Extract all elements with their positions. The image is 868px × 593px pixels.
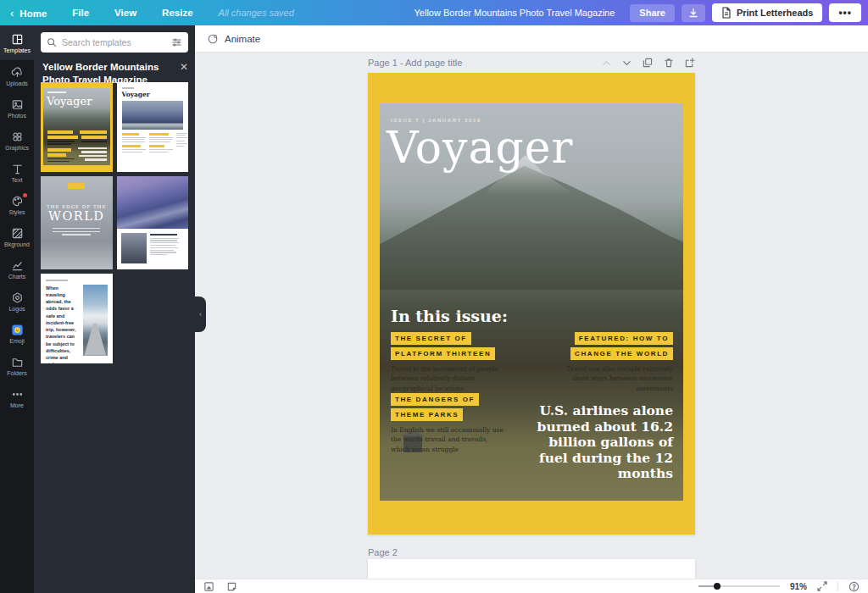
- page2-title-field[interactable]: Page 2: [368, 547, 398, 557]
- document-title[interactable]: Yellow Border Mountains Photo Travel Mag…: [415, 8, 615, 18]
- template-thumbnail-cover[interactable]: Voyager: [41, 82, 113, 172]
- thumbnail-photo: Voyager: [43, 88, 110, 165]
- template-thumbnail-edge-of-world[interactable]: THE EDGE OF THE WORLD: [41, 176, 113, 269]
- search-box[interactable]: [41, 32, 188, 53]
- sidebar-item-uploads[interactable]: Uploads: [0, 60, 34, 92]
- upload-cloud-icon: [11, 66, 24, 79]
- feature-3-heading[interactable]: FEATURED: HOW TO CHANGE THE WORLD: [570, 332, 673, 363]
- template-thumbnail-spread[interactable]: Voyager: [117, 82, 189, 172]
- download-icon: [688, 8, 698, 18]
- ellipsis-icon: •••: [838, 7, 852, 19]
- sidebar-item-folders[interactable]: Folders: [0, 350, 34, 382]
- animate-button[interactable]: Animate: [207, 33, 260, 45]
- sidebar-item-more[interactable]: More: [0, 382, 34, 414]
- status-bar: 91%: [195, 579, 868, 593]
- more-dots-icon: [11, 388, 24, 401]
- pull-quote[interactable]: U.S. airlines alone burned about 16.2 bi…: [531, 403, 673, 482]
- sidebar-item-text[interactable]: Text: [0, 157, 34, 189]
- sidebar-item-photos[interactable]: Photos: [0, 92, 34, 125]
- grid-view-icon[interactable]: [203, 581, 214, 592]
- feature-1-heading[interactable]: THE SECRET OF PLATFORM THIRTEEN: [391, 332, 495, 363]
- thumbnail-photo: [121, 233, 147, 263]
- sidebar-item-logos[interactable]: Logos: [0, 285, 34, 318]
- sidebar-item-styles[interactable]: Styles: [0, 189, 34, 221]
- thumbnail-photo: [117, 176, 189, 229]
- fullscreen-icon[interactable]: [817, 581, 827, 591]
- logos-icon: [11, 291, 24, 304]
- divider: [837, 581, 838, 591]
- graphics-icon: [11, 130, 24, 143]
- top-bar: ‹Home File View Resize All changes saved…: [0, 0, 868, 25]
- help-icon[interactable]: [849, 581, 860, 592]
- badge: [68, 183, 85, 189]
- add-page-icon[interactable]: [685, 58, 695, 68]
- feature-2-body[interactable]: In English we still occasionally use the…: [391, 425, 508, 454]
- design-canvas[interactable]: Page 1 - Add page title ISSUE 7 | JANUAR…: [195, 53, 868, 579]
- home-button[interactable]: ‹Home: [10, 7, 47, 19]
- notification-dot: [23, 193, 27, 197]
- share-button[interactable]: Share: [630, 4, 675, 22]
- editor-main: Animate Page 1 - Add page title ISSUE 7 …: [195, 25, 868, 593]
- magazine-title[interactable]: Voyager: [387, 125, 573, 169]
- feature-1-body[interactable]: Travel is the movement of people between…: [391, 364, 503, 393]
- download-button[interactable]: [682, 4, 705, 22]
- file-menu[interactable]: File: [72, 8, 89, 18]
- sidebar-item-emoji[interactable]: Emoji: [0, 318, 34, 350]
- chevron-left-icon: ‹: [199, 310, 202, 319]
- panel-collapse-handle[interactable]: ‹: [195, 296, 206, 332]
- sidebar-item-templates[interactable]: Templates: [0, 25, 34, 60]
- text-icon: [11, 163, 24, 175]
- in-this-issue-heading[interactable]: In this issue:: [391, 307, 508, 325]
- delete-page-icon[interactable]: [664, 58, 674, 68]
- page-1[interactable]: ISSUE 7 | JANUARY 2019 Voyager In this i…: [368, 73, 695, 535]
- zoom-level[interactable]: 91%: [790, 582, 807, 591]
- duplicate-page-icon[interactable]: [643, 58, 653, 68]
- zoom-slider-knob[interactable]: [714, 583, 721, 590]
- styles-palette-icon: [11, 195, 24, 208]
- template-thumbnails: Voyager Voyager: [41, 82, 188, 363]
- move-page-down-icon[interactable]: [622, 58, 632, 68]
- search-icon: [47, 37, 57, 47]
- save-status: All changes saved: [219, 8, 294, 18]
- sidebar-item-charts[interactable]: Charts: [0, 253, 34, 285]
- sidebar-rail: Templates Uploads Photos Graphics Text S…: [0, 25, 34, 593]
- templates-icon: [11, 33, 24, 46]
- photos-icon: [11, 98, 24, 111]
- print-letterheads-button[interactable]: Print Letterheads: [712, 3, 822, 22]
- filter-icon[interactable]: [171, 37, 182, 47]
- thumbnail-photo: [122, 101, 184, 130]
- emoji-icon: [11, 324, 24, 336]
- charts-icon: [11, 259, 24, 272]
- template-thumbnail-waves[interactable]: [117, 176, 189, 269]
- template-thumbnail-road[interactable]: When traveling abroad, the odds favor a …: [41, 274, 113, 363]
- more-options-button[interactable]: •••: [829, 3, 861, 22]
- cover-photo[interactable]: ISSUE 7 | JANUARY 2019 Voyager In this i…: [380, 103, 683, 501]
- page-2[interactable]: [368, 559, 695, 579]
- sidebar-item-background[interactable]: Bkground: [0, 221, 34, 253]
- search-input[interactable]: [62, 37, 166, 47]
- document-icon: [721, 7, 732, 19]
- templates-panel: Yellow Border Mountains Photo Travel Mag…: [34, 25, 195, 593]
- thumbnail-photo: [83, 285, 107, 356]
- zoom-slider[interactable]: [698, 585, 780, 587]
- background-icon: [11, 227, 24, 240]
- feature-3-body[interactable]: Travel can also include relatively short…: [565, 364, 673, 393]
- animate-icon: [207, 33, 219, 45]
- move-page-up-icon[interactable]: [602, 58, 611, 68]
- sidebar-item-graphics[interactable]: Graphics: [0, 125, 34, 157]
- view-menu[interactable]: View: [114, 8, 136, 18]
- feature-2-heading[interactable]: THE DANGERS OF THEME PARKS: [391, 393, 479, 424]
- resize-menu[interactable]: Resize: [162, 8, 192, 18]
- context-toolbar: Animate: [195, 25, 868, 53]
- folder-icon: [11, 356, 24, 369]
- chevron-left-icon: ‹: [10, 7, 14, 19]
- notes-icon[interactable]: [226, 581, 237, 592]
- page1-title-field[interactable]: Page 1 - Add page title: [368, 58, 462, 68]
